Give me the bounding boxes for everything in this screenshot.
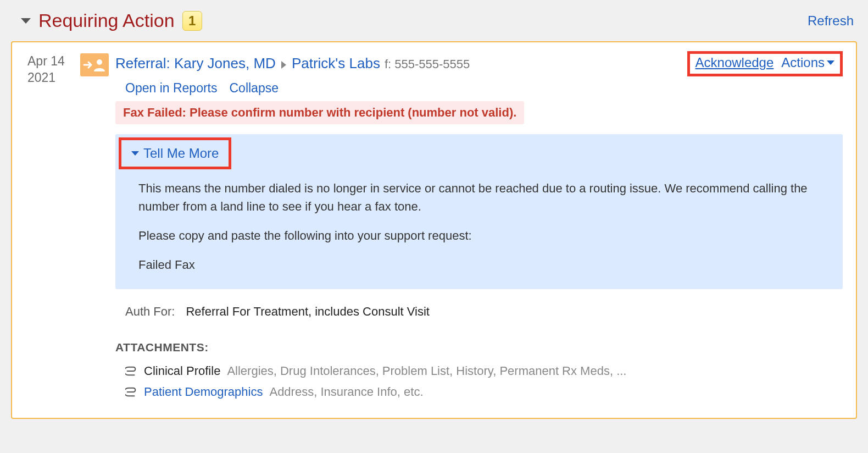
arrow-right-icon [281, 61, 286, 69]
fax-number: f: 555-555-5555 [385, 57, 470, 71]
attachment-description: Allergies, Drug Intolerances, Problem Li… [227, 364, 626, 378]
paperclip-icon [125, 366, 137, 376]
attachment-description: Address, Insurance Info, etc. [269, 385, 423, 399]
referral-outgoing-icon [80, 53, 109, 76]
acknowledge-link[interactable]: Acknowledge [695, 55, 774, 70]
svg-point-0 [97, 59, 102, 65]
attachment-title[interactable]: Clinical Profile [144, 364, 220, 378]
info-body: This means the number dialed is no longe… [115, 169, 843, 274]
paperclip-icon [125, 387, 137, 397]
provider-name: Kary Jones, MD [174, 55, 276, 71]
count-badge: 1 [182, 11, 202, 31]
attachment-row: Patient Demographics Address, Insurance … [115, 382, 843, 402]
info-panel: Tell Me More This means the number diale… [115, 134, 843, 289]
section-header-left: Requiring Action 1 [21, 10, 202, 31]
destination-link[interactable]: Patrick's Labs [292, 55, 380, 72]
date-line-2: 2021 [27, 70, 80, 86]
actions-label: Actions [781, 55, 825, 70]
attachment-title[interactable]: Patient Demographics [144, 385, 263, 399]
section-header: Requiring Action 1 Refresh [11, 5, 857, 41]
info-paragraph-3: Failed Fax [138, 256, 826, 274]
chevron-down-icon [827, 60, 834, 65]
fax-failed-banner: Fax Failed: Please confirm number with r… [115, 101, 524, 124]
card-row: Apr 14 2021 Referral: Kary Jones, MD Pat… [27, 52, 843, 402]
icon-column [80, 52, 115, 76]
chevron-down-icon [131, 151, 139, 156]
chevron-down-icon[interactable] [21, 18, 31, 24]
referral-prefix: Referral: [115, 55, 174, 71]
attachments-section: ATTACHMENTS: Clinical Profile Allergies,… [115, 341, 843, 402]
info-paragraph-2: Please copy and paste the following into… [138, 226, 826, 245]
section-title: Requiring Action [38, 10, 175, 31]
action-item-card: Apr 14 2021 Referral: Kary Jones, MD Pat… [11, 41, 857, 419]
title-actions-highlight: Acknowledge Actions [687, 51, 843, 76]
open-in-reports-link[interactable]: Open in Reports [125, 81, 217, 96]
sub-actions: Open in Reports Collapse [115, 81, 843, 96]
attachments-header: ATTACHMENTS: [115, 341, 843, 354]
info-paragraph-1: This means the number dialed is no longe… [138, 179, 826, 216]
tell-me-more-toggle[interactable]: Tell Me More [119, 137, 231, 169]
tell-me-more-label: Tell Me More [143, 146, 219, 161]
actions-dropdown[interactable]: Actions [781, 55, 834, 70]
title-row: Referral: Kary Jones, MD Patrick's Labs … [115, 52, 843, 78]
referral-link[interactable]: Referral: Kary Jones, MD [115, 55, 276, 72]
auth-for-label: Auth For: [125, 305, 175, 319]
collapse-link[interactable]: Collapse [229, 81, 279, 96]
attachment-row: Clinical Profile Allergies, Drug Intoler… [115, 361, 843, 382]
date-column: Apr 14 2021 [27, 52, 80, 86]
refresh-link[interactable]: Refresh [808, 13, 857, 29]
main-column: Referral: Kary Jones, MD Patrick's Labs … [115, 52, 843, 402]
auth-for-row: Auth For: Referral For Treatment, includ… [115, 305, 843, 319]
auth-for-value: Referral For Treatment, includes Consult… [186, 305, 429, 319]
date-line-1: Apr 14 [27, 53, 80, 70]
